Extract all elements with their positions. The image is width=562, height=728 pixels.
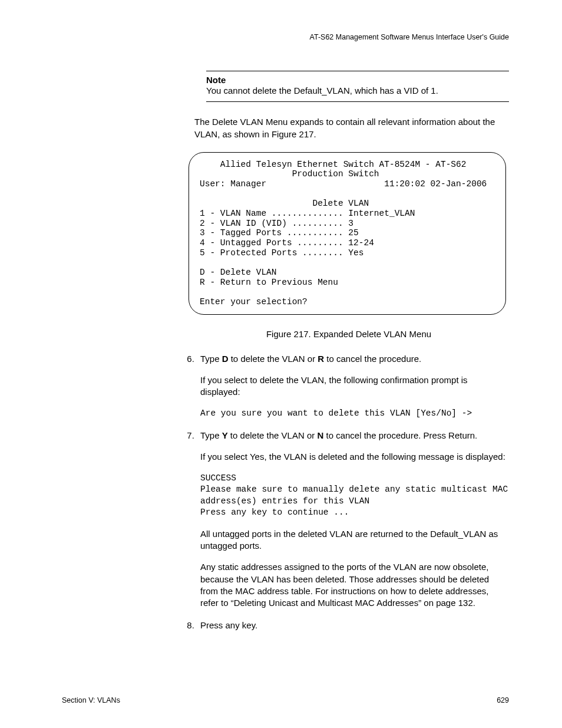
text: to delete the VLAN or (229, 354, 318, 364)
footer-page-number: 629 (497, 696, 509, 704)
header-guide: AT-S62 Management Software Menus Interfa… (62, 33, 509, 41)
step-7-sub2: All untagged ports in the deleted VLAN a… (200, 528, 509, 552)
step-7-code: SUCCESS Please make sure to manually del… (200, 473, 509, 519)
text: to delete the VLAN or (228, 430, 318, 440)
intro-paragraph: The Delete VLAN Menu expands to contain … (194, 116, 509, 140)
key-r: R (318, 354, 324, 364)
text: Type (200, 430, 222, 440)
steps-list: Type D to delete the VLAN or R to cancel… (178, 353, 509, 632)
step-8-main: Press any key. (200, 620, 509, 631)
key-y: Y (222, 430, 228, 440)
terminal-screen: Allied Telesyn Ethernet Switch AT-8524M … (189, 152, 506, 315)
note-block: Note You cannot delete the Default_VLAN,… (206, 71, 509, 102)
note-title: Note (206, 75, 509, 85)
step-7-main: Type Y to delete the VLAN or N to cancel… (200, 430, 509, 442)
step-6: Type D to delete the VLAN or R to cancel… (197, 353, 509, 419)
footer-section: Section V: VLANs (62, 696, 120, 704)
page: AT-S62 Management Software Menus Interfa… (0, 0, 562, 728)
key-n: N (317, 430, 323, 440)
step-6-code: Are you sure you want to delete this VLA… (200, 408, 509, 420)
step-7-sub3: Any static addresses assigned to the por… (200, 561, 509, 609)
text: to cancel the procedure. Press Return. (323, 430, 477, 440)
page-footer: Section V: VLANs 629 (62, 696, 509, 704)
text: to cancel the procedure. (324, 354, 421, 364)
step-7-sub1: If you select Yes, the VLAN is deleted a… (200, 451, 509, 463)
note-body: You cannot delete the Default_VLAN, whic… (206, 85, 509, 97)
step-7: Type Y to delete the VLAN or N to cancel… (197, 430, 509, 609)
step-6-main: Type D to delete the VLAN or R to cancel… (200, 353, 509, 365)
step-8: Press any key. (197, 620, 509, 631)
step-6-sub1: If you select to delete the VLAN, the fo… (200, 374, 509, 398)
key-d: D (222, 354, 229, 364)
text: Type (200, 354, 222, 364)
figure-caption: Figure 217. Expanded Delete VLAN Menu (189, 329, 509, 339)
